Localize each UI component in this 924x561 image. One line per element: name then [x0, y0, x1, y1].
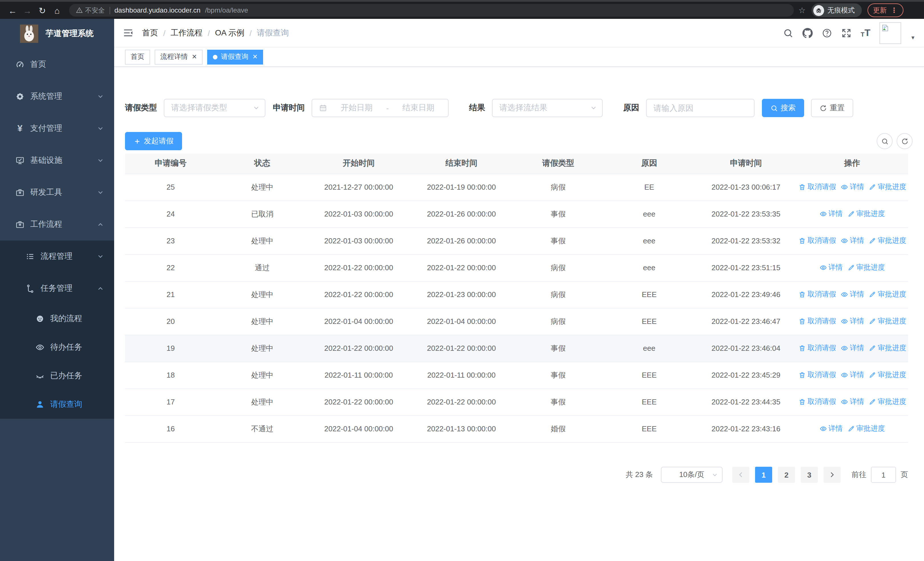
- action-progress-link[interactable]: 审批进度: [868, 289, 906, 299]
- action-progress-link[interactable]: 审批进度: [868, 236, 906, 245]
- page-size-select[interactable]: 10条/页: [661, 467, 723, 483]
- action-detail-link[interactable]: 详情: [819, 263, 843, 272]
- browser-home-icon[interactable]: ⌂: [50, 6, 64, 15]
- action-cancel-link[interactable]: 取消请假: [798, 343, 836, 353]
- sidebar-item-process-management[interactable]: 流程管理: [0, 241, 114, 272]
- address-bar[interactable]: 不安全 dashboard.yudao.iocoder.cn/bpm/oa/le…: [69, 4, 794, 17]
- active-dot: [213, 54, 218, 59]
- action-detail-link[interactable]: 详情: [841, 397, 864, 406]
- cell-apply-time: 2022-01-22 23:49:46: [696, 281, 796, 308]
- action-progress-link[interactable]: 审批进度: [847, 424, 885, 433]
- bookmark-star-icon[interactable]: ☆: [798, 6, 806, 15]
- close-icon[interactable]: ✕: [192, 53, 197, 60]
- action-progress-link[interactable]: 审批进度: [868, 182, 906, 192]
- search-button[interactable]: 搜索: [762, 99, 804, 117]
- action-cancel-link[interactable]: 取消请假: [798, 316, 836, 326]
- sidebar-item-home[interactable]: 首页: [0, 48, 114, 81]
- leave-type-select[interactable]: 请选择请假类型: [164, 99, 266, 117]
- sidebar-item-payment[interactable]: ¥ 支付管理: [0, 113, 114, 144]
- breadcrumb-home[interactable]: 首页: [142, 28, 158, 38]
- tab-leave-query[interactable]: 请假查询 ✕: [207, 50, 263, 64]
- page-button-3[interactable]: 3: [801, 467, 818, 483]
- action-detail-link[interactable]: 详情: [841, 370, 864, 380]
- action-progress-link[interactable]: 审批进度: [868, 370, 906, 380]
- search-icon[interactable]: [783, 28, 793, 38]
- cell-status: 已取消: [216, 200, 308, 227]
- page-button-1[interactable]: 1: [755, 467, 772, 483]
- browser-reload-icon[interactable]: ↻: [35, 6, 50, 15]
- progress-icon: [868, 398, 876, 405]
- cell-start-time: 2022-01-22 00:00:00: [308, 335, 409, 362]
- tab-home[interactable]: 首页: [125, 50, 150, 64]
- cell-actions: 取消请假详情审批进度: [796, 174, 908, 200]
- filter-result: 结果 请选择流结果: [469, 99, 603, 117]
- table-search-button[interactable]: [877, 133, 892, 149]
- goto-page-input[interactable]: [871, 467, 896, 483]
- browser-menu-icon[interactable]: ⋮: [891, 6, 897, 14]
- action-detail-link[interactable]: 详情: [819, 209, 843, 218]
- prev-page-button[interactable]: [732, 467, 749, 483]
- cell-status: 不通过: [216, 415, 308, 442]
- action-detail-link[interactable]: 详情: [841, 289, 864, 299]
- tab-process-detail[interactable]: 流程详情 ✕: [154, 50, 202, 64]
- page-button-2[interactable]: 2: [778, 467, 795, 483]
- action-cancel-link[interactable]: 取消请假: [798, 397, 836, 406]
- reason-input[interactable]: [646, 99, 754, 117]
- sidebar-item-todo-tasks[interactable]: 待办任务: [0, 333, 114, 362]
- browser-forward-icon[interactable]: →: [20, 6, 35, 15]
- progress-icon: [847, 425, 855, 432]
- cell-end-time: 2022-01-22 00:00:00: [409, 388, 514, 415]
- cell-start-time: 2022-01-22 00:00:00: [308, 254, 409, 281]
- action-detail-link[interactable]: 详情: [819, 424, 843, 433]
- close-icon[interactable]: ✕: [252, 53, 257, 60]
- create-leave-button[interactable]: 发起请假: [125, 132, 182, 150]
- org-icon: [26, 284, 35, 293]
- action-cancel-link[interactable]: 取消请假: [798, 289, 836, 299]
- action-detail-link[interactable]: 详情: [841, 182, 864, 192]
- sidebar-item-done-tasks[interactable]: 已办任务: [0, 362, 114, 390]
- app-logo-row[interactable]: 芋道管理系统: [0, 19, 114, 48]
- help-icon[interactable]: [822, 28, 832, 38]
- cell-actions: 详情审批进度: [796, 200, 908, 227]
- action-detail-link[interactable]: 详情: [841, 343, 864, 353]
- action-cancel-link[interactable]: 取消请假: [798, 236, 836, 245]
- action-cancel-link[interactable]: 取消请假: [798, 370, 836, 380]
- next-page-button[interactable]: [824, 467, 841, 483]
- breadcrumb-workflow[interactable]: 工作流程: [171, 28, 202, 38]
- sidebar-collapse-icon[interactable]: [123, 27, 134, 38]
- breadcrumb-oa-example[interactable]: OA 示例: [215, 28, 244, 38]
- font-size-icon[interactable]: TT: [861, 28, 870, 38]
- result-select[interactable]: 请选择流结果: [492, 99, 603, 117]
- filter-leave-type: 请假类型 请选择请假类型: [125, 99, 266, 117]
- table-refresh-button[interactable]: [897, 133, 913, 149]
- sidebar-item-workflow[interactable]: 工作流程: [0, 209, 114, 241]
- date-range-picker[interactable]: 开始日期 - 结束日期: [312, 99, 448, 117]
- action-detail-link[interactable]: 详情: [841, 316, 864, 326]
- action-progress-link[interactable]: 审批进度: [847, 209, 885, 218]
- action-progress-link[interactable]: 审批进度: [868, 397, 906, 406]
- action-detail-link[interactable]: 详情: [841, 236, 864, 245]
- cell-actions: 取消请假详情审批进度: [796, 388, 908, 415]
- cancel-icon: [798, 290, 806, 298]
- sidebar-item-infrastructure[interactable]: 基础设施: [0, 144, 114, 176]
- action-progress-link[interactable]: 审批进度: [868, 316, 906, 326]
- fullscreen-icon[interactable]: [841, 28, 852, 38]
- github-icon[interactable]: [802, 28, 813, 38]
- action-cancel-link[interactable]: 取消请假: [798, 182, 836, 192]
- sidebar-item-system[interactable]: 系统管理: [0, 81, 114, 113]
- reset-button[interactable]: 重置: [811, 99, 853, 117]
- sidebar-item-devtools[interactable]: 研发工具: [0, 176, 114, 209]
- user-menu-caret-icon[interactable]: ▼: [910, 35, 915, 40]
- briefcase-icon: [15, 220, 24, 229]
- chevron-left-icon: [737, 471, 744, 478]
- browser-back-icon[interactable]: ←: [5, 6, 20, 15]
- avatar[interactable]: [879, 22, 901, 44]
- sidebar-item-my-process[interactable]: 我的流程: [0, 304, 114, 333]
- action-progress-link[interactable]: 审批进度: [847, 263, 885, 272]
- sidebar-item-task-management[interactable]: 任务管理: [0, 272, 114, 304]
- security-indicator[interactable]: 不安全: [76, 6, 105, 15]
- cell-apply-id: 17: [125, 388, 216, 415]
- sidebar-item-leave-query[interactable]: 请假查询: [0, 390, 114, 419]
- browser-update-button[interactable]: 更新 ⋮: [867, 3, 903, 17]
- action-progress-link[interactable]: 审批进度: [868, 343, 906, 353]
